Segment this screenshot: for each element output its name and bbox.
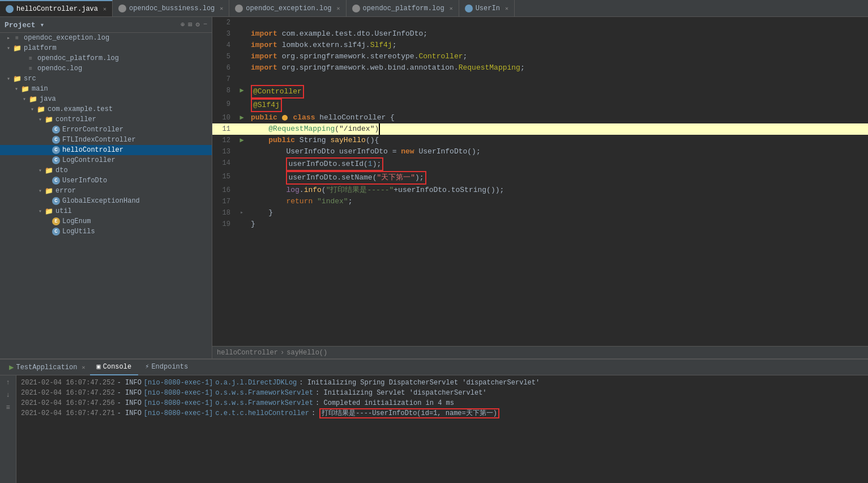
sidebar-item-LogEnum[interactable]: E LogEnum xyxy=(0,216,212,226)
sidebar-item-ErrorController[interactable]: C ErrorController xyxy=(0,125,212,135)
tab-opendoc-bussiness[interactable]: opendoc_bussiness.log ✕ xyxy=(113,0,229,16)
line-number: 11 xyxy=(212,123,235,135)
sidebar-item-label: FTLIndexController xyxy=(62,136,136,144)
sidebar-item-java[interactable]: ▾ 📁 java xyxy=(0,94,212,104)
fold-gutter-icon: ▸ xyxy=(240,207,243,219)
log-file-icon xyxy=(352,5,360,12)
sidebar-item-util[interactable]: ▾ 📁 util xyxy=(0,206,212,216)
tab-label: opendoc_platform.log xyxy=(363,5,444,12)
code-editor: 2 3 import com.example.test.dto.UserInfo… xyxy=(212,17,868,358)
run-label[interactable]: ▶ TestApplication ✕ xyxy=(5,362,90,372)
sidebar-item-label: ErrorController xyxy=(62,126,123,134)
tab-opendoc-platform[interactable]: opendoc_platform.log ✕ xyxy=(347,0,459,16)
java-class-icon: C xyxy=(52,156,60,164)
console-line-4: 2021-02-04 16:07:47.271 - INFO [nio-8080… xyxy=(21,408,863,418)
tab-close-icon[interactable]: ✕ xyxy=(220,5,223,12)
log-timestamp: 2021-02-04 16:07:47.252 xyxy=(21,378,115,388)
sidebar-item-com-example-test[interactable]: ▾ 📁 com.example.test xyxy=(0,104,212,114)
sidebar-item-src[interactable]: ▾ 📁 src xyxy=(0,74,212,84)
line-content: return "index"; xyxy=(249,196,868,207)
scroll-down-button[interactable]: ↓ xyxy=(2,390,14,400)
code-line-4: 4 import lombok.extern.slf4j.Slf4j; xyxy=(212,40,868,51)
log-message: : 打印结果是----UserInfoDto(id=1, name=天下第一) xyxy=(311,408,499,418)
sidebar-item-GlobalExceptionHand[interactable]: C GlobalExceptionHand xyxy=(0,196,212,206)
filter-button[interactable]: ≡ xyxy=(2,403,14,413)
line-content: public class helloController { xyxy=(249,112,868,123)
run-gutter-icon: ▶ xyxy=(240,85,243,96)
log-level: - INFO xyxy=(117,388,142,398)
log-file-icon xyxy=(235,5,243,12)
arrow-icon: ▾ xyxy=(20,96,28,102)
code-line-18: 18 ▸ } xyxy=(212,207,868,219)
sidebar-item-main[interactable]: ▾ 📁 main xyxy=(0,84,212,94)
console-line-3: 2021-02-04 16:07:47.256 - INFO [nio-8080… xyxy=(21,398,863,408)
folder-icon: 📁 xyxy=(28,96,37,102)
code-line-11: 11 @RequestMapping("/index") xyxy=(212,123,868,135)
log-file-icon: ≡ xyxy=(26,55,35,62)
layout-icon[interactable]: ⊞ xyxy=(188,20,192,29)
code-line-19: 19 } xyxy=(212,219,868,230)
tab-helloController[interactable]: helloController.java ✕ xyxy=(0,0,113,16)
run-close-icon[interactable]: ✕ xyxy=(82,364,85,371)
sidebar-item-label: error xyxy=(55,187,76,195)
tab-close-icon[interactable]: ✕ xyxy=(337,5,340,12)
sidebar-item-label: com.example.test xyxy=(48,105,113,113)
tab-console[interactable]: ▣ Console xyxy=(90,360,139,375)
sidebar-item-helloController[interactable]: C helloController xyxy=(0,145,212,155)
breadcrumb-method: sayHello() xyxy=(287,349,327,357)
folder-icon: 📁 xyxy=(44,208,53,215)
code-area[interactable]: 2 3 import com.example.test.dto.UserInfo… xyxy=(212,17,868,346)
folder-icon: 📁 xyxy=(20,86,29,92)
tab-userin[interactable]: UserIn ✕ xyxy=(459,0,515,16)
line-content: import com.example.test.dto.UserInfoDto; xyxy=(249,28,868,40)
line-number: 5 xyxy=(212,51,235,62)
sidebar-item-opendoc-exception-log[interactable]: ▸ ≡ opendoc_exception.log xyxy=(0,33,212,43)
tab-close-icon[interactable]: ✕ xyxy=(450,5,453,12)
console-icon: ▣ xyxy=(97,362,101,371)
sidebar-item-FTLIndexController[interactable]: C FTLIndexController xyxy=(0,135,212,145)
java-class-icon: C xyxy=(52,136,60,144)
bottom-panel-header: ▶ TestApplication ✕ ▣ Console ⚡ Endpoint… xyxy=(0,360,868,375)
line-content: public String sayHello(){ xyxy=(249,135,868,146)
tab-close-icon[interactable]: ✕ xyxy=(103,6,106,12)
log-thread: [nio-8080-exec-1] xyxy=(144,388,213,398)
sidebar-item-label: controller xyxy=(55,116,96,123)
log-level: - INFO xyxy=(117,378,142,388)
sidebar-item-label: GlobalExceptionHand xyxy=(62,197,140,205)
sync-icon[interactable]: ⊕ xyxy=(181,20,185,29)
sidebar-item-LogController[interactable]: C LogController xyxy=(0,155,212,165)
sidebar-item-dto[interactable]: ▾ 📁 dto xyxy=(0,165,212,176)
line-content: userInfoDto.setId(1); xyxy=(249,157,868,171)
breadcrumb-bar: helloController › sayHello() xyxy=(212,346,868,358)
line-gutter: ▶ xyxy=(235,112,249,123)
line-gutter: ▶ xyxy=(235,135,249,146)
tab-opendoc-exception[interactable]: opendoc_exception.log ✕ xyxy=(229,0,346,16)
endpoints-icon: ⚡ xyxy=(145,362,149,371)
code-line-14: 14 userInfoDto.setId(1); xyxy=(212,157,868,171)
sidebar-item-opendoc-platform-log[interactable]: ≡ opendoc_platform.log xyxy=(0,53,212,63)
sidebar: Project ▾ ⊕ ⊞ ⚙ − ▸ ≡ opendoc_exception.… xyxy=(0,17,212,358)
log-thread: [nio-8080-exec-1] xyxy=(144,408,213,418)
log-thread: [nio-8080-exec-1] xyxy=(144,398,213,408)
tab-close-icon[interactable]: ✕ xyxy=(505,5,508,12)
sidebar-item-label: platform xyxy=(24,44,57,52)
line-number: 2 xyxy=(212,17,235,28)
run-app-name: TestApplication xyxy=(16,364,77,371)
sidebar-item-label: java xyxy=(40,95,56,103)
sidebar-item-platform[interactable]: ▾ 📁 platform xyxy=(0,43,212,53)
tab-endpoints[interactable]: ⚡ Endpoints xyxy=(138,360,195,375)
line-number: 6 xyxy=(212,62,235,74)
sidebar-item-LogUtils[interactable]: C LogUtils xyxy=(0,226,212,237)
sidebar-item-opendoc-log[interactable]: ≡ opendoc.log xyxy=(0,63,212,74)
sidebar-item-controller[interactable]: ▾ 📁 controller xyxy=(0,114,212,125)
run-gutter-icon: ▶ xyxy=(240,135,243,146)
line-gutter: ▸ xyxy=(235,207,249,219)
scroll-up-button[interactable]: ↑ xyxy=(2,378,14,388)
sidebar-item-label: UserInfoDto xyxy=(62,177,107,185)
minimize-icon[interactable]: − xyxy=(203,20,207,29)
sidebar-item-UserInfoDto[interactable]: C UserInfoDto xyxy=(0,176,212,186)
sidebar-item-error[interactable]: ▾ 📁 error xyxy=(0,186,212,196)
arrow-icon: ▾ xyxy=(5,45,12,52)
settings-icon[interactable]: ⚙ xyxy=(196,20,200,29)
console-content[interactable]: 2021-02-04 16:07:47.252 - INFO [nio-8080… xyxy=(16,375,868,483)
